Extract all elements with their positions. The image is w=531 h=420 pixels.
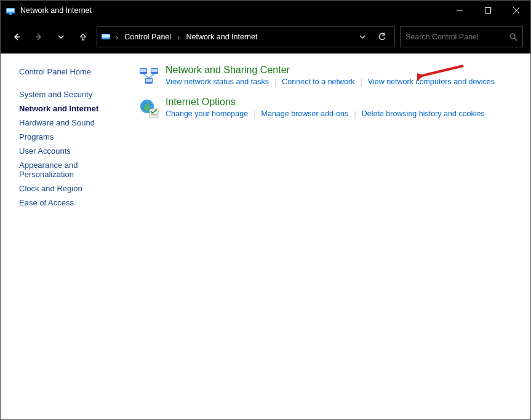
svg-rect-10 (102, 34, 110, 38)
svg-point-11 (510, 34, 515, 39)
link-change-homepage[interactable]: Change your homepage (166, 109, 248, 119)
sidebar-item-ease-of-access[interactable]: Ease of Access (19, 196, 124, 210)
recent-dropdown-button[interactable] (52, 28, 70, 46)
svg-rect-4 (485, 8, 491, 14)
window-title: Network and Internet (20, 6, 92, 15)
svg-rect-18 (146, 79, 152, 82)
window-controls (445, 1, 530, 20)
svg-rect-2 (9, 14, 12, 15)
separator: | (354, 109, 356, 119)
refresh-button[interactable] (373, 28, 391, 46)
search-input[interactable] (405, 33, 505, 41)
sidebar-item-system-security[interactable]: System and Security (19, 87, 124, 101)
section-links-internet-options: Change your homepage | Manage browser ad… (166, 109, 518, 119)
close-button[interactable] (502, 1, 530, 20)
link-connect-network[interactable]: Connect to a network (282, 77, 354, 87)
address-dropdown-button[interactable] (354, 28, 371, 46)
titlebar: Network and Internet (1, 1, 530, 20)
section-title-internet-options[interactable]: Internet Options (166, 97, 518, 108)
sidebar-home[interactable]: Control Panel Home (19, 67, 124, 76)
section-title-network-sharing[interactable]: Network and Sharing Center (166, 65, 518, 76)
sidebar: Control Panel Home System and Security N… (1, 53, 130, 419)
sidebar-item-appearance[interactable]: Appearance and Personalization (19, 158, 105, 181)
sidebar-item-programs[interactable]: Programs (19, 130, 124, 144)
chevron-right-icon: › (176, 33, 181, 42)
svg-rect-1 (7, 9, 14, 12)
internet-options-icon (138, 98, 159, 119)
navbar: › Control Panel › Network and Internet (1, 20, 530, 53)
search-icon (509, 33, 517, 41)
sidebar-item-hardware-sound[interactable]: Hardware and Sound (19, 116, 124, 130)
app-icon (6, 6, 15, 15)
back-button[interactable] (8, 28, 25, 46)
section-internet-options: Internet Options Change your homepage | … (138, 97, 518, 119)
content-area: Network and Sharing Center View network … (130, 53, 530, 419)
network-sharing-icon (138, 66, 159, 87)
control-panel-window: Network and Internet (0, 0, 531, 420)
forward-button[interactable] (30, 28, 47, 46)
separator: | (274, 77, 276, 87)
breadcrumb-root[interactable]: Control Panel (122, 33, 174, 41)
address-bar[interactable]: › Control Panel › Network and Internet (97, 26, 395, 47)
separator: | (254, 109, 255, 119)
sidebar-item-network-internet[interactable]: Network and Internet (19, 101, 124, 116)
up-button[interactable] (74, 28, 92, 46)
link-delete-history[interactable]: Delete browsing history and cookies (362, 109, 485, 119)
link-manage-addons[interactable]: Manage browser add-ons (262, 109, 349, 119)
section-network-sharing: Network and Sharing Center View network … (138, 65, 518, 87)
svg-rect-16 (151, 69, 158, 72)
minimize-button[interactable] (445, 1, 474, 20)
svg-line-12 (514, 38, 517, 41)
search-bar[interactable] (400, 26, 523, 47)
link-view-network-devices[interactable]: View network computers and devices (368, 77, 495, 87)
section-links-network-sharing: View network status and tasks | Connect … (166, 77, 518, 87)
separator: | (360, 77, 362, 87)
svg-rect-14 (140, 69, 146, 72)
body: Control Panel Home System and Security N… (1, 53, 530, 419)
address-icon (101, 31, 112, 42)
link-view-network-status[interactable]: View network status and tasks (166, 77, 269, 87)
breadcrumb-current[interactable]: Network and Internet (183, 33, 260, 41)
svg-line-20 (149, 74, 154, 78)
sidebar-item-user-accounts[interactable]: User Accounts (19, 144, 124, 158)
sidebar-item-clock-region[interactable]: Clock and Region (19, 181, 124, 196)
chevron-right-icon: › (114, 33, 119, 42)
maximize-button[interactable] (474, 1, 502, 20)
svg-line-19 (143, 74, 149, 78)
